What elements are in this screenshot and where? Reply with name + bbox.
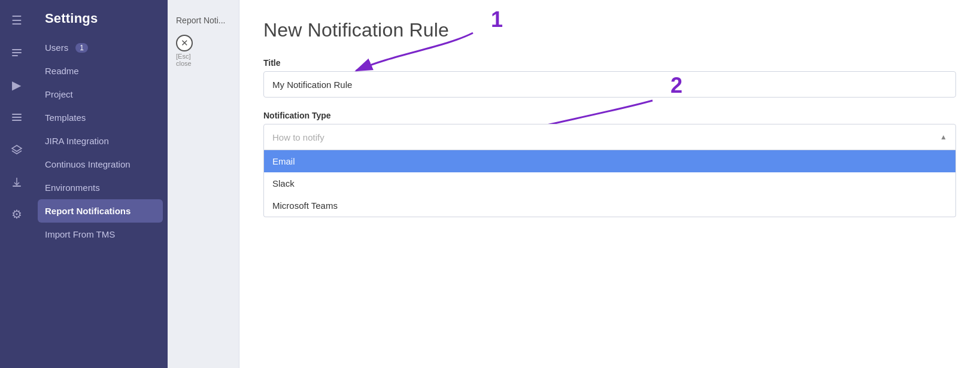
sidebar-label-jira: JIRA Integration — [45, 136, 109, 146]
svg-rect-3 — [12, 114, 22, 115]
download-icon[interactable] — [7, 172, 26, 191]
option-microsoft-teams[interactable]: Microsoft Teams — [264, 194, 955, 217]
sidebar: Settings Users 1 Readme Project Template… — [33, 0, 168, 368]
svg-rect-5 — [12, 120, 22, 121]
sidebar-label-environments: Environments — [45, 183, 100, 193]
sidebar-item-templates[interactable]: Templates — [33, 106, 168, 129]
select-placeholder: How to notify — [272, 132, 324, 142]
esc-label: [Esc] close — [176, 53, 192, 67]
sidebar-item-ci[interactable]: Continuos Integration — [33, 153, 168, 176]
select-arrow-icon: ▲ — [940, 133, 947, 141]
svg-rect-4 — [12, 117, 22, 118]
icon-strip: ☰ ▶ ⚙ — [0, 0, 33, 368]
close-button[interactable]: ✕ — [176, 35, 193, 51]
sidebar-item-readme[interactable]: Readme — [33, 59, 168, 83]
svg-rect-2 — [12, 55, 18, 56]
sidebar-label-ci: Continuos Integration — [45, 159, 131, 169]
sidebar-item-project[interactable]: Project — [33, 83, 168, 106]
play-icon[interactable]: ▶ — [7, 75, 26, 95]
title-input[interactable] — [263, 71, 956, 98]
users-badge: 1 — [75, 43, 88, 53]
form-panel: 1 2 New Notification Rule Title Notifica… — [239, 0, 980, 368]
sidebar-label-users: Users — [45, 42, 68, 53]
lines-icon[interactable] — [7, 108, 26, 127]
close-area: ✕ [Esc] close — [168, 30, 201, 72]
sidebar-label-templates: Templates — [45, 112, 86, 123]
form-title: New Notification Rule — [263, 19, 956, 41]
sidebar-label-report-notifications: Report Notifications — [45, 206, 131, 216]
list-icon[interactable] — [7, 43, 26, 62]
sidebar-title: Settings — [33, 0, 168, 36]
sidebar-item-import-tms[interactable]: Import From TMS — [33, 223, 168, 246]
left-panel: Report Noti... ✕ [Esc] close — [168, 0, 239, 368]
sidebar-label-import-tms: Import From TMS — [45, 229, 115, 239]
select-box[interactable]: How to notify ▲ — [263, 124, 956, 150]
gear-icon[interactable]: ⚙ — [7, 205, 26, 224]
breadcrumb: Report Noti... — [168, 11, 239, 30]
close-icon: ✕ — [181, 38, 189, 48]
sidebar-label-project: Project — [45, 89, 73, 99]
sidebar-item-jira[interactable]: JIRA Integration — [33, 129, 168, 153]
notification-type-label: Notification Type — [263, 111, 956, 120]
svg-rect-7 — [13, 185, 21, 187]
dropdown-options: Email Slack Microsoft Teams — [263, 150, 956, 217]
sidebar-label-readme: Readme — [45, 66, 79, 76]
svg-marker-6 — [12, 145, 22, 151]
svg-rect-0 — [12, 49, 22, 50]
title-label: Title — [263, 58, 956, 68]
menu-icon[interactable]: ☰ — [7, 11, 26, 30]
main-area: Report Noti... ✕ [Esc] close — [168, 0, 980, 368]
layers-icon[interactable] — [7, 140, 26, 159]
sidebar-item-report-notifications[interactable]: Report Notifications — [38, 199, 163, 223]
sidebar-item-environments[interactable]: Environments — [33, 176, 168, 199]
svg-rect-1 — [12, 52, 22, 53]
option-email[interactable]: Email — [264, 150, 955, 172]
option-slack[interactable]: Slack — [264, 172, 955, 194]
sidebar-item-users[interactable]: Users 1 — [33, 36, 168, 59]
notification-type-select[interactable]: How to notify ▲ Email Slack Microsoft Te… — [263, 124, 956, 217]
